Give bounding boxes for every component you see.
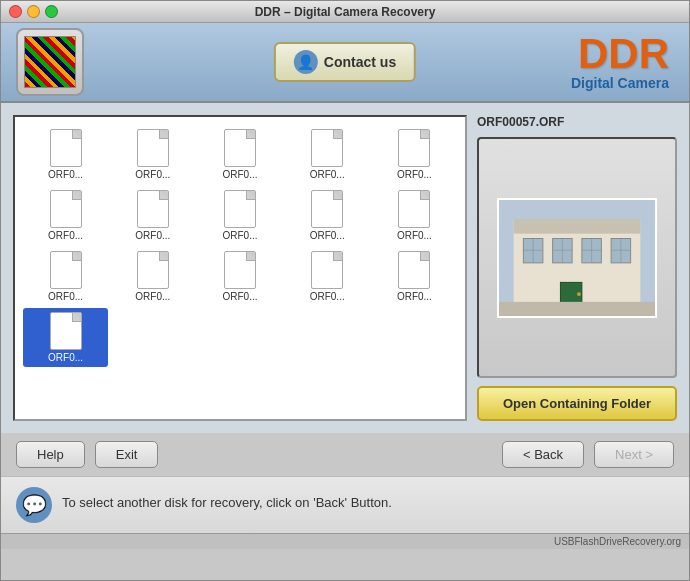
bottom-bar: Help Exit < Back Next >: [1, 433, 689, 476]
info-icon: 💬: [16, 487, 52, 523]
brand-sub-text: Digital Camera: [571, 75, 669, 91]
file-icon: [50, 312, 82, 350]
file-icon: [137, 190, 169, 228]
info-bar: 💬 To select another disk for recovery, c…: [1, 476, 689, 533]
file-item[interactable]: ORF0...: [372, 247, 457, 306]
file-label: ORF0...: [48, 291, 83, 302]
minimize-button[interactable]: [27, 5, 40, 18]
svg-rect-17: [499, 301, 655, 316]
preview-image: [497, 198, 657, 318]
file-icon: [311, 190, 343, 228]
file-item[interactable]: ORF0...: [23, 186, 108, 245]
file-grid: ORF0...ORF0...ORF0...ORF0...ORF0...ORF0.…: [15, 117, 465, 375]
file-icon: [50, 251, 82, 289]
maximize-button[interactable]: [45, 5, 58, 18]
file-label: ORF0...: [135, 230, 170, 241]
file-icon: [398, 251, 430, 289]
file-item[interactable]: ORF0...: [372, 186, 457, 245]
brand-ddr-text: DDR: [571, 33, 669, 75]
file-item[interactable]: ORF0...: [110, 186, 195, 245]
file-icon: [224, 190, 256, 228]
footer: USBFlashDriveRecovery.org: [1, 533, 689, 549]
title-bar: DDR – Digital Camera Recovery: [1, 1, 689, 23]
main-content: ORF0...ORF0...ORF0...ORF0...ORF0...ORF0.…: [1, 103, 689, 433]
file-item[interactable]: ORF0...: [110, 247, 195, 306]
next-button[interactable]: Next >: [594, 441, 674, 468]
file-icon: [398, 129, 430, 167]
preview-svg: [499, 198, 655, 318]
file-icon: [224, 251, 256, 289]
close-button[interactable]: [9, 5, 22, 18]
window-title: DDR – Digital Camera Recovery: [255, 5, 436, 19]
file-item[interactable]: ORF0...: [23, 308, 108, 367]
open-folder-button[interactable]: Open Containing Folder: [477, 386, 677, 421]
file-item[interactable]: ORF0...: [197, 186, 282, 245]
window-controls: [9, 5, 58, 18]
brand-section: DDR Digital Camera: [571, 33, 669, 91]
preview-filename: ORF00057.ORF: [477, 115, 677, 129]
file-label: ORF0...: [310, 230, 345, 241]
file-label: ORF0...: [397, 291, 432, 302]
file-item[interactable]: ORF0...: [197, 247, 282, 306]
right-panel: ORF00057.ORF: [477, 115, 677, 421]
contact-label: Contact us: [324, 54, 396, 70]
file-item[interactable]: ORF0...: [372, 125, 457, 184]
file-label: ORF0...: [48, 169, 83, 180]
help-button[interactable]: Help: [16, 441, 85, 468]
exit-button[interactable]: Exit: [95, 441, 159, 468]
footer-text: USBFlashDriveRecovery.org: [554, 536, 681, 547]
file-item[interactable]: ORF0...: [285, 247, 370, 306]
file-label: ORF0...: [310, 291, 345, 302]
file-icon: [137, 129, 169, 167]
file-label: ORF0...: [48, 352, 83, 363]
main-window: DDR – Digital Camera Recovery 👤 Contact …: [0, 0, 690, 581]
file-grid-container[interactable]: ORF0...ORF0...ORF0...ORF0...ORF0...ORF0.…: [13, 115, 467, 421]
header: 👤 Contact us DDR Digital Camera: [1, 23, 689, 103]
file-item[interactable]: ORF0...: [285, 186, 370, 245]
file-label: ORF0...: [135, 169, 170, 180]
file-icon: [50, 129, 82, 167]
svg-rect-2: [514, 219, 641, 234]
file-label: ORF0...: [222, 230, 257, 241]
file-label: ORF0...: [222, 291, 257, 302]
contact-icon: 👤: [294, 50, 318, 74]
info-text: To select another disk for recovery, cli…: [62, 487, 392, 510]
file-item[interactable]: ORF0...: [23, 247, 108, 306]
contact-button[interactable]: 👤 Contact us: [274, 42, 416, 82]
file-icon: [311, 129, 343, 167]
file-label: ORF0...: [48, 230, 83, 241]
file-icon: [398, 190, 430, 228]
logo-pattern: [24, 36, 76, 88]
preview-box: [477, 137, 677, 378]
file-icon: [224, 129, 256, 167]
file-label: ORF0...: [222, 169, 257, 180]
file-icon: [311, 251, 343, 289]
file-item[interactable]: ORF0...: [23, 125, 108, 184]
file-label: ORF0...: [397, 169, 432, 180]
file-item[interactable]: ORF0...: [197, 125, 282, 184]
file-item[interactable]: ORF0...: [110, 125, 195, 184]
file-icon: [50, 190, 82, 228]
back-button[interactable]: < Back: [502, 441, 584, 468]
file-label: ORF0...: [310, 169, 345, 180]
file-label: ORF0...: [397, 230, 432, 241]
file-icon: [137, 251, 169, 289]
svg-point-16: [577, 292, 581, 296]
file-item[interactable]: ORF0...: [285, 125, 370, 184]
file-label: ORF0...: [135, 291, 170, 302]
logo-box: [16, 28, 84, 96]
